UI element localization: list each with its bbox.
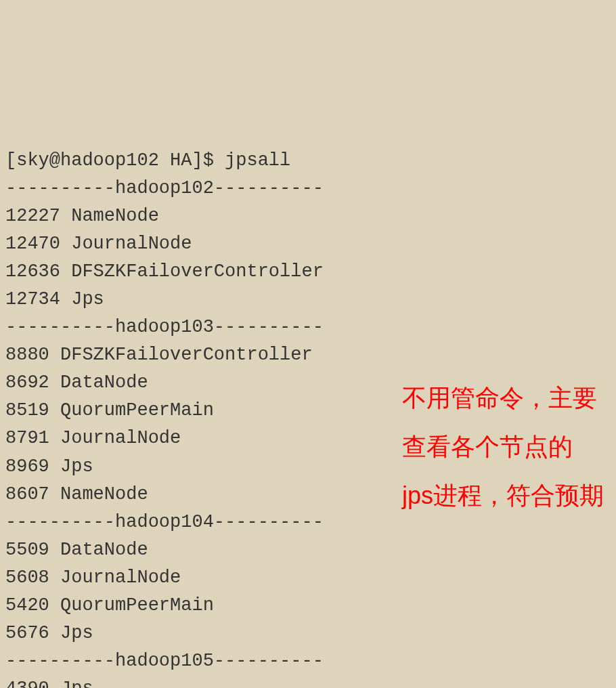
process-line: 5676 Jps: [5, 620, 611, 647]
process-pid: 5676: [5, 623, 49, 643]
process-line: 5608 JournalNode: [5, 564, 611, 592]
process-line: 8880 DFSZKFailoverController: [5, 341, 611, 369]
process-pid: 5420: [5, 595, 49, 616]
separator-line: ----------hadoop102----------: [5, 175, 611, 202]
process-pid: 12470: [5, 234, 60, 254]
process-pid: 5509: [5, 540, 49, 560]
process-pid: 5608: [5, 567, 49, 588]
process-pid: 8880: [5, 345, 49, 365]
prompt-host: hadoop102: [60, 150, 159, 171]
prompt-dir: HA: [170, 150, 192, 171]
process-line: 4390 Jps: [5, 675, 611, 688]
process-name: NameNode: [71, 206, 159, 226]
process-pid: 8607: [5, 484, 49, 504]
process-line: 12636 DFSZKFailoverController: [5, 258, 611, 286]
process-line: 5509 DataNode: [5, 536, 611, 564]
annotation-line-1: 不用管命令，主要: [402, 374, 604, 423]
process-pid: 4390: [5, 679, 49, 688]
process-name: DFSZKFailoverController: [60, 345, 313, 365]
process-line: 12227 NameNode: [5, 202, 611, 230]
process-name: Jps: [60, 456, 93, 477]
process-name: Jps: [60, 679, 93, 688]
process-name: DataNode: [60, 372, 148, 393]
separator-line: ----------hadoop103----------: [5, 314, 611, 341]
process-name: NameNode: [60, 484, 148, 504]
process-name: JournalNode: [60, 428, 181, 448]
process-pid: 8969: [5, 456, 49, 477]
process-pid: 12636: [5, 261, 60, 282]
process-name: Jps: [60, 623, 93, 643]
process-pid: 8692: [5, 372, 49, 393]
prompt-symbol: $: [203, 150, 214, 171]
process-name: QuorumPeerMain: [60, 595, 214, 616]
process-pid: 8519: [5, 400, 49, 421]
process-name: DataNode: [60, 540, 148, 560]
annotation-line-2: 查看各个节点的: [402, 423, 604, 471]
process-name: Jps: [71, 289, 104, 309]
process-line: 5420 QuorumPeerMain: [5, 592, 611, 620]
annotation-line-3: jps进程，符合预期: [402, 471, 604, 520]
process-name: QuorumPeerMain: [60, 400, 214, 421]
separator-line: ----------hadoop105----------: [5, 647, 611, 675]
command-text: jpsall: [225, 150, 290, 171]
prompt-line-1: [sky@hadoop102 HA]$ jpsall: [5, 147, 611, 175]
process-name: DFSZKFailoverController: [71, 261, 324, 282]
process-line: 12470 JournalNode: [5, 230, 611, 258]
process-line: 12734 Jps: [5, 286, 611, 314]
process-pid: 12227: [5, 206, 60, 226]
process-name: JournalNode: [60, 567, 181, 588]
process-name: JournalNode: [71, 234, 192, 254]
process-pid: 8791: [5, 428, 49, 448]
process-pid: 12734: [5, 289, 60, 309]
annotation-text: 不用管命令，主要 查看各个节点的 jps进程，符合预期: [402, 374, 604, 520]
prompt-user: sky: [16, 150, 49, 171]
